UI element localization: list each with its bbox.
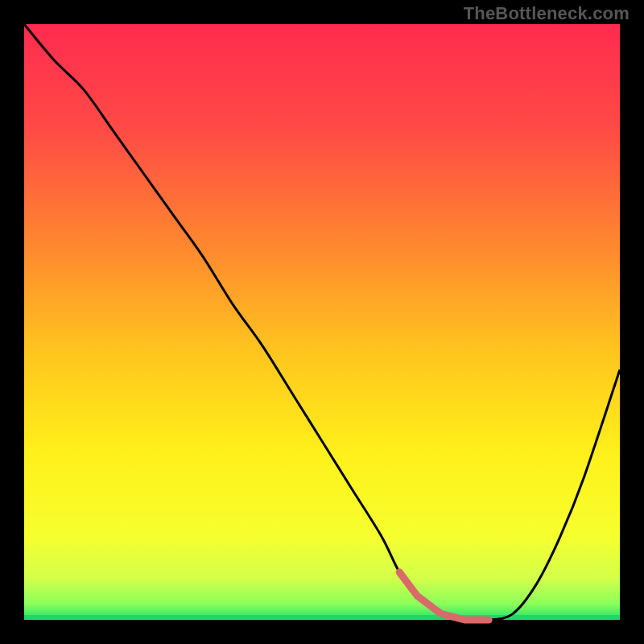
chart-frame: TheBottleneck.com [0, 0, 644, 644]
bottom-green-band [24, 615, 620, 620]
bottleneck-chart [0, 0, 644, 644]
plot-background [24, 24, 620, 620]
